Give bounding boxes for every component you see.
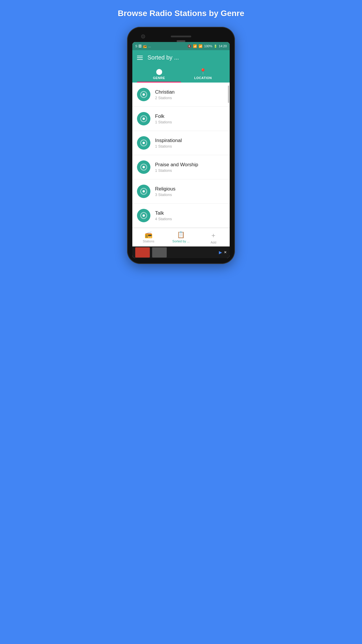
genre-info-folk: Folk 1 Stations xyxy=(155,113,225,124)
nav-label-stations: Stations xyxy=(143,239,154,243)
ad-close-button[interactable]: ✕ xyxy=(224,250,227,254)
genre-item-religious[interactable]: Religious 3 Stations xyxy=(132,179,230,204)
genre-item-folk[interactable]: Folk 1 Stations xyxy=(132,107,230,131)
status-right: 🔇 📶 📶 100% 🔋 14:20 xyxy=(187,44,227,48)
app-icon-s: S xyxy=(135,44,137,48)
genre-info-christian: Christian 2 Stations xyxy=(155,89,225,100)
nav-label-sorted-by: Sorted by ... xyxy=(172,239,189,243)
genre-info-religious: Religious 3 Stations xyxy=(155,186,225,197)
battery-percentage: 100% xyxy=(204,44,212,48)
genre-info-inspirational: Inspirational 1 Stations xyxy=(155,138,225,148)
vinyl-icon-folk xyxy=(137,112,150,125)
tab-location[interactable]: 📍 LOCATION xyxy=(181,66,225,83)
menu-button[interactable] xyxy=(137,56,143,60)
genre-count-inspirational: 1 Stations xyxy=(155,144,225,148)
genre-item-christian[interactable]: Christian 2 Stations xyxy=(132,83,230,107)
genre-icon: ⬤ xyxy=(156,68,162,75)
genre-name-talk: Talk xyxy=(155,210,225,216)
tab-location-label: LOCATION xyxy=(194,76,212,80)
stations-icon: 📻 xyxy=(145,231,152,239)
sorted-by-icon: 📋 xyxy=(177,231,185,239)
genre-list: Christian 2 Stations Folk 1 Stations xyxy=(132,83,230,228)
nav-item-sorted-by[interactable]: 📋 Sorted by ... xyxy=(165,228,197,246)
tabs-container: ⬤ GENRE 📍 LOCATION xyxy=(137,66,225,83)
status-bar: S 🖼 📻 ... 🔇 📶 📶 100% 🔋 14:20 xyxy=(132,42,230,50)
ad-controls: ▶ ✕ xyxy=(219,250,227,255)
image-icon: 🖼 xyxy=(138,44,142,48)
genre-count-religious: 3 Stations xyxy=(155,192,225,197)
ad-arrow-icon[interactable]: ▶ xyxy=(219,250,222,255)
wifi-icon: 📶 xyxy=(193,44,197,48)
vinyl-icon-inspirational xyxy=(137,136,150,150)
ad-thumbnail-2 xyxy=(152,247,167,258)
genre-name-religious: Religious xyxy=(155,186,225,192)
genre-item-inspirational[interactable]: Inspirational 1 Stations xyxy=(132,131,230,155)
genre-name-praise-worship: Praise and Worship xyxy=(155,162,225,168)
nav-item-stations[interactable]: 📻 Stations xyxy=(132,228,165,246)
app-bar-title-row: Sorted by ... xyxy=(137,54,225,61)
ad-banner: ▶ ✕ xyxy=(132,246,230,258)
ad-content xyxy=(135,247,167,258)
vinyl-icon-religious xyxy=(137,185,150,198)
phone-frame: S 🖼 📻 ... 🔇 📶 📶 100% 🔋 14:20 xyxy=(127,27,235,264)
scrollbar[interactable] xyxy=(228,85,229,103)
genre-count-praise-worship: 1 Stations xyxy=(155,168,225,173)
app-bar-title: Sorted by ... xyxy=(147,54,179,61)
genre-name-folk: Folk xyxy=(155,113,225,119)
status-left: S 🖼 📻 ... xyxy=(135,44,151,48)
radio-icon: 📻 xyxy=(143,44,147,48)
genre-count-talk: 4 Stations xyxy=(155,217,225,221)
genre-item-praise-worship[interactable]: Praise and Worship 1 Stations xyxy=(132,155,230,179)
genre-list-wrapper: Christian 2 Stations Folk 1 Stations xyxy=(132,83,230,228)
more-icon: ... xyxy=(148,44,151,48)
phone-top xyxy=(132,36,230,37)
nav-item-add[interactable]: ＋ Add xyxy=(197,228,230,246)
bottom-nav: 📻 Stations 📋 Sorted by ... ＋ Add xyxy=(132,228,230,246)
add-icon: ＋ xyxy=(210,231,217,240)
vinyl-icon-talk xyxy=(137,209,150,222)
genre-info-talk: Talk 4 Stations xyxy=(155,210,225,221)
phone-screen: S 🖼 📻 ... 🔇 📶 📶 100% 🔋 14:20 xyxy=(132,42,230,258)
vinyl-icon-christian xyxy=(137,88,150,101)
genre-count-folk: 1 Stations xyxy=(155,120,225,124)
tab-genre-label: GENRE xyxy=(153,76,165,80)
genre-name-inspirational: Inspirational xyxy=(155,138,225,144)
clock: 14:20 xyxy=(219,44,227,48)
app-bar: Sorted by ... ⬤ GENRE 📍 LOCATION xyxy=(132,50,230,83)
genre-info-praise-worship: Praise and Worship 1 Stations xyxy=(155,162,225,173)
mute-icon: 🔇 xyxy=(187,44,191,48)
ad-thumbnail-1 xyxy=(135,247,150,258)
genre-count-christian: 2 Stations xyxy=(155,96,225,100)
nav-label-add: Add xyxy=(211,241,217,244)
battery-icon: 🔋 xyxy=(214,45,217,48)
front-camera xyxy=(141,34,145,38)
page-title: Browse Radio Stations by Genre xyxy=(118,9,244,18)
speaker xyxy=(171,36,191,37)
tab-genre[interactable]: ⬤ GENRE xyxy=(137,66,181,83)
location-icon: 📍 xyxy=(199,68,207,75)
genre-item-talk[interactable]: Talk 4 Stations xyxy=(132,204,230,228)
signal-icon: 📶 xyxy=(198,44,203,48)
vinyl-icon-praise-worship xyxy=(137,160,150,174)
genre-name-christian: Christian xyxy=(155,89,225,95)
